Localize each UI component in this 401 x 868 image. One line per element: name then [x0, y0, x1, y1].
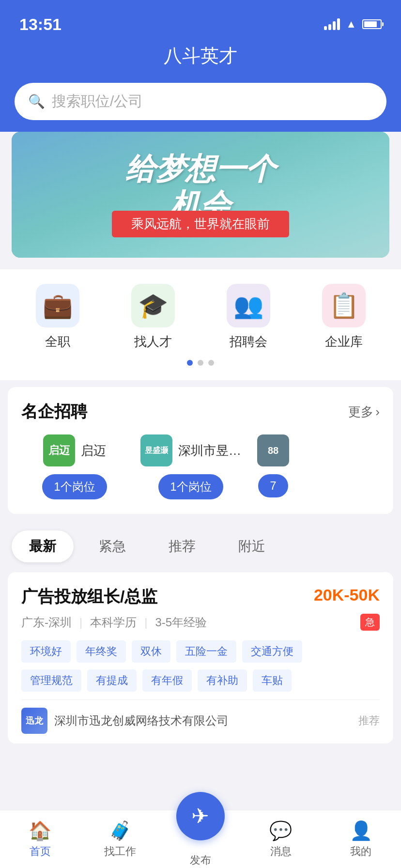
search-bar[interactable]: 🔍 搜索职位/公司: [15, 83, 386, 120]
bottom-nav: 🏠 首页 🧳 找工作 ✈ 发布 💬 消息 👤 我的: [0, 810, 401, 868]
banner-subtitle: 乘风远航，世界就在眼前: [112, 211, 289, 237]
category-talent[interactable]: 🎓 找人才: [131, 284, 175, 350]
tag-9: 有补助: [198, 669, 247, 692]
fulltime-label: 全职: [45, 333, 70, 350]
messages-icon: 💬: [269, 820, 292, 841]
job-location: 广东-深圳: [21, 615, 72, 630]
signal-icon: [324, 18, 340, 30]
job-tags: 环境好 年终奖 双休 五险一金 交通方便: [21, 640, 380, 663]
featured-header: 名企招聘 更多 ›: [21, 401, 380, 423]
dot-3: [208, 360, 214, 366]
category-jobfair[interactable]: 👥 招聘会: [227, 284, 270, 350]
company-card-1[interactable]: 启迈 启迈 1个岗位: [21, 434, 128, 499]
tag-1: 环境好: [21, 640, 71, 663]
company-2-header: 昱盛灏 深圳市昱盛灏科: [140, 434, 241, 466]
nav-jobs[interactable]: 🧳 找工作: [80, 820, 161, 859]
tag-2: 年终奖: [77, 640, 126, 663]
company-1-logo: 启迈: [43, 434, 75, 466]
tab-nearby[interactable]: 附近: [221, 530, 283, 562]
nav-publish[interactable]: ✈ 发布: [160, 792, 241, 868]
talent-icon: 🎓: [131, 284, 175, 327]
nav-publish-label: 发布: [190, 853, 211, 868]
featured-more[interactable]: 更多 ›: [348, 403, 380, 420]
recommend-label: 推荐: [358, 713, 380, 728]
tag-3: 双休: [132, 640, 170, 663]
job-education: 本科学历: [90, 615, 137, 630]
banner[interactable]: 给梦想一个机会 乘风远航，世界就在眼前: [12, 132, 389, 258]
company-1-name: 启迈: [81, 442, 106, 459]
fulltime-icon: 💼: [36, 284, 79, 327]
company-icon: 📋: [322, 284, 366, 327]
company-2-badge[interactable]: 1个岗位: [158, 474, 223, 499]
company-label: 企业库: [325, 333, 363, 350]
company-card-2[interactable]: 昱盛灏 深圳市昱盛灏科 1个岗位: [138, 434, 244, 499]
publish-button[interactable]: ✈: [176, 792, 225, 840]
company-info-row: 迅龙 深圳市迅龙创威网络技术有限公司 推荐: [21, 699, 380, 734]
wifi-icon: ▲: [346, 18, 356, 31]
category-company[interactable]: 📋 企业库: [322, 284, 366, 350]
category-icons: 💼 全职 🎓 找人才 👥 招聘会 📋 企业库: [0, 279, 401, 360]
nav-messages-label: 消息: [270, 844, 292, 859]
nav-profile-label: 我的: [350, 844, 371, 859]
nav-home[interactable]: 🏠 首页: [0, 820, 80, 859]
meta-sep-1: |: [79, 616, 82, 629]
jobfair-label: 招聘会: [230, 333, 267, 350]
search-icon: 🔍: [28, 93, 45, 109]
company-info-name: 深圳市迅龙创威网络技术有限公司: [54, 713, 352, 728]
company-list: 启迈 启迈 1个岗位 昱盛灏 深圳市昱盛灏科 1个岗位 88 7: [21, 434, 380, 504]
job-card-1[interactable]: 广告投放组长/总监 20K-50K 广东-深圳 | 本科学历 | 3-5年经验 …: [8, 572, 393, 744]
status-time: 13:51: [19, 15, 62, 34]
tag-4: 五险一金: [176, 640, 236, 663]
tab-urgent[interactable]: 紧急: [81, 530, 143, 562]
home-icon: 🏠: [29, 820, 51, 841]
category-section: 💼 全职 🎓 找人才 👥 招聘会 📋 企业库: [0, 269, 401, 380]
company-2-logo: 昱盛灏: [140, 434, 172, 466]
jobfair-icon: 👥: [227, 284, 270, 327]
search-container: 🔍 搜索职位/公司: [0, 78, 401, 132]
app-header: 八斗英才: [0, 39, 401, 78]
urgent-badge: 急: [360, 614, 380, 631]
status-icons: ▲: [324, 18, 382, 31]
company-3-header: 88: [257, 434, 289, 466]
jobs-icon: 🧳: [109, 820, 132, 841]
dot-2: [198, 360, 203, 366]
job-card-header: 广告投放组长/总监 20K-50K: [21, 586, 380, 608]
featured-title: 名企招聘: [21, 401, 87, 423]
tag-10: 车贴: [253, 669, 292, 692]
app-title: 八斗英才: [164, 46, 237, 66]
talent-label: 找人才: [134, 333, 172, 350]
chevron-right-icon: ›: [375, 404, 380, 419]
tag-7: 有提成: [87, 669, 137, 692]
nav-home-label: 首页: [30, 844, 51, 859]
tag-8: 有年假: [142, 669, 192, 692]
company-1-badge[interactable]: 1个岗位: [42, 474, 107, 499]
job-meta: 广东-深圳 | 本科学历 | 3-5年经验 急: [21, 614, 380, 631]
job-title: 广告投放组长/总监: [21, 586, 157, 608]
featured-section: 名企招聘 更多 › 启迈 启迈 1个岗位 昱盛灏 深圳市昱盛灏科: [8, 387, 393, 514]
profile-icon: 👤: [350, 820, 372, 841]
nav-profile[interactable]: 👤 我的: [321, 820, 401, 859]
search-placeholder: 搜索职位/公司: [52, 92, 143, 111]
job-salary: 20K-50K: [314, 586, 380, 604]
company-3-logo: 88: [257, 434, 289, 466]
carousel-dots: [0, 360, 401, 375]
company-3-badge[interactable]: 7: [258, 474, 288, 497]
main-content: 给梦想一个机会 乘风远航，世界就在眼前 💼 全职 🎓 找人才 👥 招聘会 📋 企…: [0, 132, 401, 819]
status-bar: 13:51 ▲: [0, 0, 401, 39]
filter-tabs: 最新 紧急 推荐 附近: [0, 521, 401, 572]
tag-5: 交通方便: [242, 640, 302, 663]
company-card-3[interactable]: 88 7: [254, 434, 293, 499]
tab-latest[interactable]: 最新: [12, 530, 74, 562]
nav-messages[interactable]: 💬 消息: [241, 820, 321, 859]
company-2-name: 深圳市昱盛灏科: [178, 442, 241, 459]
company-thumb: 迅龙: [21, 708, 47, 734]
dot-1: [187, 360, 193, 366]
tab-recommended[interactable]: 推荐: [151, 530, 213, 562]
company-1-header: 启迈 启迈: [43, 434, 106, 466]
category-fulltime[interactable]: 💼 全职: [36, 284, 79, 350]
job-tags-2: 管理规范 有提成 有年假 有补助 车贴: [21, 669, 380, 692]
battery-icon: [362, 19, 382, 29]
job-experience: 3-5年经验: [155, 615, 207, 630]
meta-sep-2: |: [144, 616, 147, 629]
tag-6: 管理规范: [21, 669, 81, 692]
